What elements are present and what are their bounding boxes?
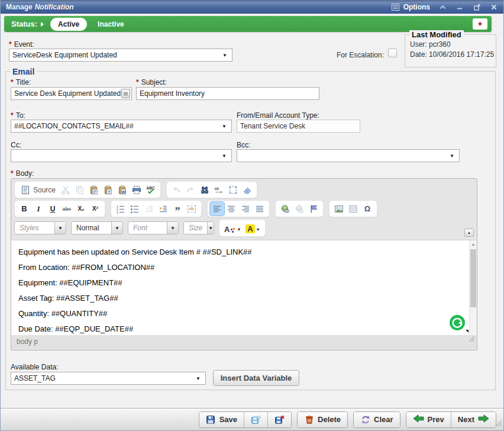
align-justify-button[interactable]: [253, 202, 267, 216]
editor-scrollbar[interactable]: ▲: [469, 240, 477, 335]
redo-button: [183, 183, 198, 197]
align-justify-icon: [255, 204, 265, 214]
next-button[interactable]: Next: [451, 412, 496, 427]
bulleted-list-button[interactable]: [128, 202, 142, 216]
spell-check-button[interactable]: ABC: [144, 183, 158, 197]
prev-button[interactable]: Prev: [406, 412, 451, 427]
paragraph-format-select[interactable]: Normal▼: [71, 221, 123, 234]
clear-button-group: Clear: [353, 411, 400, 428]
cut-icon: [61, 185, 71, 195]
required-marker: *: [9, 40, 12, 49]
table-button[interactable]: [346, 202, 360, 216]
title-expand-button[interactable]: [121, 89, 130, 98]
insert-data-variable-button[interactable]: Insert Data Variable: [213, 370, 299, 386]
body-label: *Body:: [11, 169, 34, 178]
collapse-toolbar-button[interactable]: ▲: [464, 229, 474, 237]
popout-icon[interactable]: [472, 2, 482, 12]
background-color-icon: A: [245, 224, 254, 233]
italic-button[interactable]: I: [31, 202, 46, 216]
element-path[interactable]: body p: [17, 337, 38, 346]
special-character-button[interactable]: Ω: [360, 202, 374, 216]
options-icon: [391, 2, 400, 12]
link-button[interactable]: [278, 202, 292, 216]
title-bar: ManageNotification Options: [1, 1, 504, 14]
div-container-button[interactable]: div: [185, 202, 199, 216]
numbered-list-button[interactable]: 123: [114, 202, 128, 216]
to-select[interactable]: ##LOCATION_CONTACTS_EMAIL## ▼: [11, 120, 232, 133]
editor-toolbar: SourceTWABCab BIUabcX₂X²123”divΩ Styles▼…: [11, 179, 477, 240]
cut-button: [59, 183, 73, 197]
scrollbar-thumb[interactable]: [470, 249, 476, 307]
find-button[interactable]: [198, 183, 212, 197]
bcc-label: Bcc:: [237, 141, 250, 149]
redo-icon: [186, 185, 196, 195]
bcc-select[interactable]: ▼: [237, 149, 460, 162]
select-all-button[interactable]: [226, 183, 240, 197]
title-input[interactable]: Service Desk Equipment Updated: [11, 87, 132, 100]
increase-indent-button[interactable]: [156, 202, 170, 216]
save-and-close-button[interactable]: [267, 412, 291, 427]
paste-button[interactable]: [87, 183, 101, 197]
remove-format-button[interactable]: [240, 183, 254, 197]
subject-input[interactable]: [136, 87, 319, 100]
styles-select[interactable]: Styles▼: [14, 221, 66, 234]
background-color-button[interactable]: A ▼: [243, 221, 262, 235]
align-left-button[interactable]: [210, 202, 224, 216]
font-size-select[interactable]: Size▼: [183, 221, 214, 234]
image-icon: [334, 204, 344, 214]
close-icon[interactable]: [489, 2, 499, 12]
print-button[interactable]: [130, 183, 144, 197]
bold-button[interactable]: B: [17, 202, 31, 216]
source-button[interactable]: Source: [17, 183, 59, 197]
from-account-input[interactable]: [237, 120, 360, 133]
status-option-active[interactable]: Active: [50, 18, 87, 31]
required-badge[interactable]: *: [473, 18, 487, 30]
for-escalation-checkbox[interactable]: [388, 49, 397, 57]
editor-toolbar-row-1: SourceTWABCab: [14, 181, 474, 198]
cc-select[interactable]: ▼: [11, 149, 232, 162]
collapse-icon[interactable]: [438, 2, 447, 12]
underline-button[interactable]: U: [46, 202, 60, 216]
align-center-button[interactable]: [224, 202, 238, 216]
decrease-indent-icon: [144, 204, 154, 214]
font-select[interactable]: Font▼: [128, 221, 179, 234]
chevron-down-icon: ▼: [54, 222, 66, 234]
chevron-down-icon: ▼: [222, 153, 227, 159]
editor-content-area[interactable]: Equipment has been updated on Service De…: [11, 240, 477, 335]
align-right-button[interactable]: [238, 202, 253, 216]
save-button[interactable]: Save: [199, 412, 244, 427]
chevron-down-icon: ▼: [196, 376, 201, 381]
scroll-up-icon[interactable]: ▲: [470, 240, 477, 248]
status-option-inactive[interactable]: Inactive: [98, 20, 124, 28]
save-and-new-button[interactable]: [244, 412, 267, 427]
replace-button[interactable]: ab: [212, 183, 226, 197]
paste-from-word-button[interactable]: W: [115, 183, 130, 197]
text-color-button[interactable]: A ▼: [222, 221, 243, 235]
subscript-button[interactable]: X₂: [74, 202, 88, 216]
image-button[interactable]: [332, 202, 346, 216]
editor-resize-grip[interactable]: [469, 333, 475, 347]
grammarly-icon[interactable]: [449, 314, 467, 332]
to-label: *To:: [11, 111, 25, 120]
paste-plain-text-button[interactable]: T: [101, 183, 115, 197]
toolbar-group: 123”div: [111, 200, 202, 217]
clear-button[interactable]: Clear: [354, 412, 400, 427]
last-modified-date: Date: 10/06/2016 17:17:25: [410, 50, 496, 59]
select-all-icon: [228, 185, 238, 195]
strikethrough-button[interactable]: abc: [60, 202, 74, 216]
align-center-icon: [227, 204, 237, 214]
remove-format-icon: [243, 185, 253, 195]
options-button[interactable]: Options: [391, 2, 430, 12]
bulleted-list-icon: [130, 204, 140, 214]
titlebar-controls: Options: [391, 2, 499, 12]
anchor-button[interactable]: [306, 202, 321, 216]
available-data-select[interactable]: ASSET_TAG ▼: [11, 372, 206, 385]
minimize-icon[interactable]: [455, 2, 464, 12]
blockquote-button[interactable]: ”: [170, 202, 185, 216]
delete-button[interactable]: Delete: [298, 412, 347, 427]
body-line: Asset Tag: ##ASSET_TAG##: [18, 294, 465, 303]
event-select[interactable]: ServiceDesk Equipment Updated ▼: [9, 49, 232, 62]
superscript-button[interactable]: X²: [88, 202, 102, 216]
window-resize-grip[interactable]: [495, 419, 502, 429]
available-data-label: Available Data:: [11, 363, 59, 371]
